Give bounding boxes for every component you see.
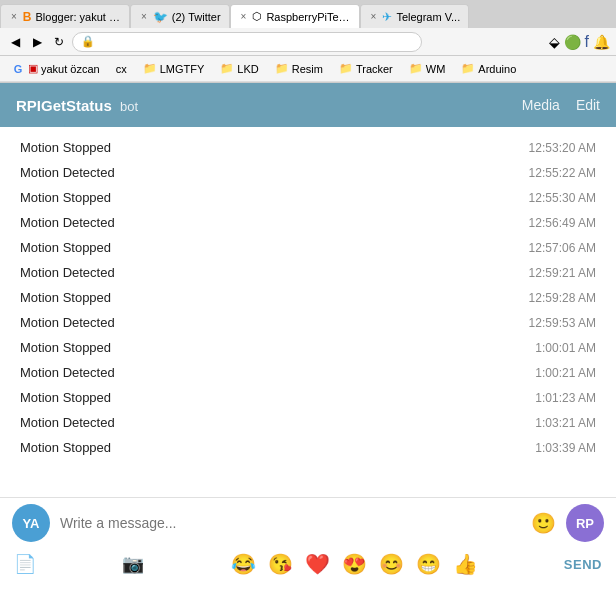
tab-label-blogger: Blogger: yakut özc... bbox=[36, 11, 121, 23]
message-text-9: Motion Detected bbox=[20, 365, 115, 380]
bookmark-label-tracker: Tracker bbox=[356, 63, 393, 75]
tab-close-raspberry[interactable]: × bbox=[239, 11, 249, 22]
bookmark-label-arduino: Arduino bbox=[478, 63, 516, 75]
message-text-2: Motion Stopped bbox=[20, 190, 111, 205]
back-icon[interactable]: ◀ bbox=[6, 33, 24, 51]
bookmark-label-g: ▣ bbox=[28, 62, 38, 75]
message-time-4: 12:57:06 AM bbox=[529, 241, 596, 255]
nav-icons: ⬙ 🟢 f 🔔 bbox=[549, 33, 610, 51]
message-item-12: Motion Stopped 1:03:39 AM bbox=[0, 435, 616, 460]
message-time-12: 1:03:39 AM bbox=[535, 441, 596, 455]
bookmark-icon-g: G bbox=[11, 62, 25, 76]
tab-favicon-telegram: ✈ bbox=[382, 10, 392, 24]
tab-close-blogger[interactable]: × bbox=[9, 11, 19, 22]
extension-icon-1[interactable]: ⬙ bbox=[549, 34, 560, 50]
bookmark-label-wm: WM bbox=[426, 63, 446, 75]
camera-icon[interactable]: 📷 bbox=[122, 553, 144, 575]
bookmark-g[interactable]: G ▣ yakut özcan bbox=[6, 60, 105, 78]
notification-icon[interactable]: 🔔 bbox=[593, 34, 610, 50]
tab-favicon-twitter: 🐦 bbox=[153, 10, 168, 24]
message-list: Motion Stopped 12:53:20 AM Motion Detect… bbox=[0, 127, 616, 497]
message-text-0: Motion Stopped bbox=[20, 140, 111, 155]
media-button[interactable]: Media bbox=[522, 97, 560, 113]
tab-close-telegram[interactable]: × bbox=[369, 11, 379, 22]
tab-telegram[interactable]: × ✈ Telegram V... bbox=[360, 4, 470, 28]
emoji-icon-1[interactable]: 😘 bbox=[268, 552, 293, 576]
emoji-button[interactable]: 🙂 bbox=[531, 511, 556, 535]
bookmark-lmgtfy[interactable]: 📁 LMGTFY bbox=[138, 60, 210, 77]
message-time-6: 12:59:28 AM bbox=[529, 291, 596, 305]
emoji-icons: 😂😘❤️😍😊😁👍 bbox=[231, 552, 478, 576]
bookmark-icon-lmgtfy: 📁 bbox=[143, 62, 157, 75]
bookmark-wm[interactable]: 📁 WM bbox=[404, 60, 451, 77]
bookmark-cx[interactable]: cx bbox=[111, 61, 132, 77]
bookmark-icon-resim: 📁 bbox=[275, 62, 289, 75]
telegram-header: RPIGetStatus bot Media Edit bbox=[0, 83, 616, 127]
telegram-app: RPIGetStatus bot Media Edit Motion Stopp… bbox=[0, 83, 616, 584]
message-item-0: Motion Stopped 12:53:20 AM bbox=[0, 135, 616, 160]
message-item-7: Motion Detected 12:59:53 AM bbox=[0, 310, 616, 335]
browser-chrome: × B Blogger: yakut özc... × 🐦 (2) Twitte… bbox=[0, 0, 616, 83]
tab-raspberry[interactable]: × ⬡ RaspberryPiTelegr... bbox=[230, 4, 360, 28]
tab-favicon-raspberry: ⬡ bbox=[252, 10, 262, 23]
tab-close-twitter[interactable]: × bbox=[139, 11, 149, 22]
message-item-5: Motion Detected 12:59:21 AM bbox=[0, 260, 616, 285]
message-text-3: Motion Detected bbox=[20, 215, 115, 230]
message-input[interactable] bbox=[60, 515, 521, 531]
message-text-1: Motion Detected bbox=[20, 165, 115, 180]
bookmark-label-lmgtfy: LMGTFY bbox=[160, 63, 205, 75]
avatar-rp: RP bbox=[566, 504, 604, 542]
message-item-6: Motion Stopped 12:59:28 AM bbox=[0, 285, 616, 310]
message-time-3: 12:56:49 AM bbox=[529, 216, 596, 230]
bookmark-tracker[interactable]: 📁 Tracker bbox=[334, 60, 398, 77]
bookmark-resim[interactable]: 📁 Resim bbox=[270, 60, 328, 77]
bookmark-label-yakut: yakut özcan bbox=[41, 63, 100, 75]
message-time-1: 12:55:22 AM bbox=[529, 166, 596, 180]
message-time-8: 1:00:01 AM bbox=[535, 341, 596, 355]
refresh-icon[interactable]: ↻ bbox=[50, 33, 68, 51]
message-text-7: Motion Detected bbox=[20, 315, 115, 330]
message-time-0: 12:53:20 AM bbox=[529, 141, 596, 155]
tab-label-twitter: (2) Twitter bbox=[172, 11, 221, 23]
message-item-1: Motion Detected 12:55:22 AM bbox=[0, 160, 616, 185]
tab-label-raspberry: RaspberryPiTelegr... bbox=[266, 11, 350, 23]
edit-button[interactable]: Edit bbox=[576, 97, 600, 113]
message-item-8: Motion Stopped 1:00:01 AM bbox=[0, 335, 616, 360]
tab-label-telegram: Telegram V... bbox=[396, 11, 460, 23]
bookmark-icon-tracker: 📁 bbox=[339, 62, 353, 75]
message-time-11: 1:03:21 AM bbox=[535, 416, 596, 430]
message-text-10: Motion Stopped bbox=[20, 390, 111, 405]
message-item-9: Motion Detected 1:00:21 AM bbox=[0, 360, 616, 385]
emoji-bar: 📄 📷 😂😘❤️😍😊😁👍 SEND bbox=[0, 548, 616, 584]
forward-icon[interactable]: ▶ bbox=[28, 33, 46, 51]
tab-twitter[interactable]: × 🐦 (2) Twitter bbox=[130, 4, 230, 28]
message-text-5: Motion Detected bbox=[20, 265, 115, 280]
tab-blogger[interactable]: × B Blogger: yakut özc... bbox=[0, 4, 130, 28]
tab-bar: × B Blogger: yakut özc... × 🐦 (2) Twitte… bbox=[0, 0, 616, 28]
telegram-header-actions: Media Edit bbox=[522, 97, 600, 113]
emoji-icon-5[interactable]: 😁 bbox=[416, 552, 441, 576]
message-text-11: Motion Detected bbox=[20, 415, 115, 430]
bookmark-label-cx: cx bbox=[116, 63, 127, 75]
bookmark-lkd[interactable]: 📁 LKD bbox=[215, 60, 263, 77]
send-button[interactable]: SEND bbox=[564, 557, 602, 572]
file-icon[interactable]: 📄 bbox=[14, 553, 36, 575]
emoji-icon-4[interactable]: 😊 bbox=[379, 552, 404, 576]
lock-icon: 🔒 bbox=[81, 35, 95, 48]
profile-f-icon[interactable]: f bbox=[585, 33, 589, 51]
emoji-icon-6[interactable]: 👍 bbox=[453, 552, 478, 576]
bookmark-label-lkd: LKD bbox=[237, 63, 258, 75]
tab-favicon-blogger: B bbox=[23, 10, 32, 24]
toolbar-bar: ◀ ▶ ↻ 🔒 ⬙ 🟢 f 🔔 bbox=[0, 28, 616, 56]
message-time-7: 12:59:53 AM bbox=[529, 316, 596, 330]
emoji-icon-2[interactable]: ❤️ bbox=[305, 552, 330, 576]
message-text-8: Motion Stopped bbox=[20, 340, 111, 355]
bookmark-icon-arduino: 📁 bbox=[461, 62, 475, 75]
emoji-icon-3[interactable]: 😍 bbox=[342, 552, 367, 576]
profile-icon[interactable]: 🟢 bbox=[564, 34, 581, 50]
bookmarks-bar: G ▣ yakut özcan cx 📁 LMGTFY 📁 LKD 📁 Resi… bbox=[0, 56, 616, 82]
address-bar[interactable]: 🔒 bbox=[72, 32, 422, 52]
message-item-10: Motion Stopped 1:01:23 AM bbox=[0, 385, 616, 410]
bookmark-arduino[interactable]: 📁 Arduino bbox=[456, 60, 521, 77]
emoji-icon-0[interactable]: 😂 bbox=[231, 552, 256, 576]
